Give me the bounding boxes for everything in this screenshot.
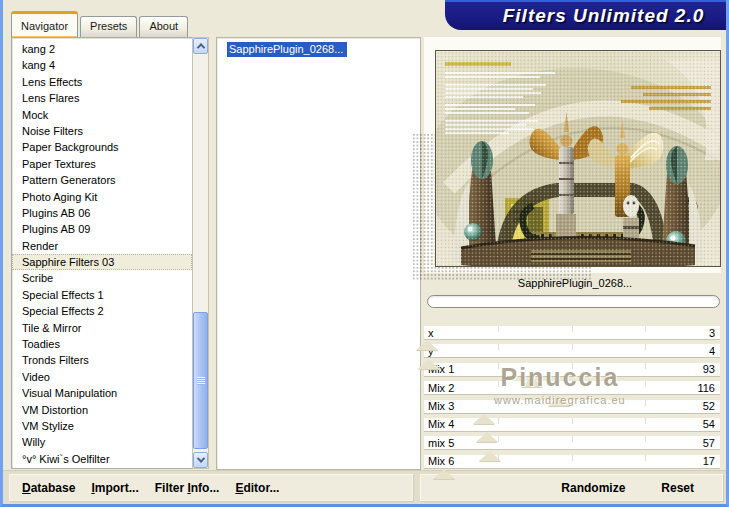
list-item[interactable]: Render xyxy=(12,238,192,254)
list-item[interactable]: Visual Manipulation xyxy=(12,385,192,401)
slider-value: 116 xyxy=(697,382,715,394)
progress-bar xyxy=(427,295,720,308)
slider-thumb-icon[interactable] xyxy=(548,396,570,406)
slider-row-mix5[interactable]: mix 5 57 xyxy=(424,436,720,454)
chevron-up-icon xyxy=(196,43,204,51)
slider-value: 17 xyxy=(703,455,715,467)
slider-value: 52 xyxy=(703,400,715,412)
scroll-down-button[interactable] xyxy=(193,452,208,468)
slider-label: Mix 3 xyxy=(428,400,454,412)
list-item[interactable]: Video xyxy=(12,369,192,385)
bottom-toolbar: Database Import... Filter Info... Editor… xyxy=(3,470,726,504)
slider-value: 57 xyxy=(703,437,715,449)
slider-label: x xyxy=(428,327,434,339)
chevron-down-icon xyxy=(196,454,204,462)
tab-about[interactable]: About xyxy=(139,16,188,37)
list-item[interactable]: Noise Filters xyxy=(12,123,192,139)
slider-value: 93 xyxy=(703,363,715,375)
list-item[interactable]: Tronds Filters xyxy=(12,352,192,368)
slider-label: Mix 2 xyxy=(428,382,454,394)
slider-thumb-icon[interactable] xyxy=(416,340,438,350)
list-item[interactable]: Plugins AB 06 xyxy=(12,205,192,221)
list-item[interactable]: Mock xyxy=(12,107,192,123)
list-item[interactable]: kang 2 xyxy=(12,41,192,57)
slider-row-mix3[interactable]: Mix 3 52 xyxy=(424,400,720,418)
slider-row-mix4[interactable]: Mix 4 54 xyxy=(424,418,720,436)
slider-thumb-icon[interactable] xyxy=(476,432,498,442)
filter-group-list: kang 2 kang 4 Lens Effects Lens Flares M… xyxy=(11,37,192,469)
list-item[interactable]: Photo Aging Kit xyxy=(12,189,192,205)
list-item[interactable]: kang 4 xyxy=(12,57,192,73)
list-item[interactable]: Tile & Mirror xyxy=(12,320,192,336)
list-item[interactable]: Plugins AB 09 xyxy=(12,221,192,237)
list-item[interactable]: VM Stylize xyxy=(12,418,192,434)
slider-thumb-icon[interactable] xyxy=(433,469,455,479)
slider-thumb-icon[interactable] xyxy=(521,377,543,387)
slider-thumb-icon[interactable] xyxy=(418,359,440,369)
toolbar-left-strip: Database Import... Filter Info... Editor… xyxy=(9,474,413,501)
filter-preset-list: SapphirePlugin_0268... xyxy=(216,37,421,470)
database-button[interactable]: Database xyxy=(22,481,75,495)
slider-thumb-icon[interactable] xyxy=(473,414,495,424)
slider-label: Mix 6 xyxy=(428,455,454,467)
scrollbar-thumb[interactable] xyxy=(193,312,208,449)
scroll-up-button[interactable] xyxy=(193,38,208,54)
list-item[interactable]: Willy xyxy=(12,434,192,450)
slider-value: 54 xyxy=(703,418,715,430)
slider-value: 4 xyxy=(709,345,715,357)
parameter-sliders: x 3 y 4 Mix 1 93 xyxy=(424,326,720,470)
preview-caption: SapphirePlugin_0268... xyxy=(424,277,726,289)
list-item[interactable]: Paper Backgrounds xyxy=(12,139,192,155)
list-item[interactable]: Pattern Generators xyxy=(12,172,192,188)
slider-thumb-icon[interactable] xyxy=(479,451,501,461)
toolbar-right-strip: Randomize Reset xyxy=(420,474,723,501)
title-band: Filters Unlimited 2.0 xyxy=(445,0,726,30)
list-item[interactable]: Scribe xyxy=(12,270,192,286)
list-item[interactable]: VM Distortion xyxy=(12,402,192,418)
reset-button[interactable]: Reset xyxy=(661,481,694,495)
slider-label: Mix 4 xyxy=(428,418,454,430)
preview-zone xyxy=(424,37,721,273)
list-item[interactable]: °v° Kiwi`s Oelfilter xyxy=(12,451,192,467)
slider-label: mix 5 xyxy=(428,437,454,449)
filters-unlimited-window: Filters Unlimited 2.0 Navigator Presets … xyxy=(0,0,729,507)
list-item[interactable]: Paper Textures xyxy=(12,156,192,172)
list-item[interactable]: Lens Flares xyxy=(12,90,192,106)
slider-value: 3 xyxy=(709,327,715,339)
import-button[interactable]: Import... xyxy=(91,481,138,495)
group-list-scrollbar[interactable] xyxy=(192,37,209,469)
filter-info-button[interactable]: Filter Info... xyxy=(155,481,220,495)
slider-row-mix2[interactable]: Mix 2 116 xyxy=(424,381,720,399)
slider-row-y[interactable]: y 4 xyxy=(424,344,720,362)
tab-navigator[interactable]: Navigator xyxy=(11,11,78,37)
app-title: Filters Unlimited 2.0 xyxy=(467,5,705,27)
randomize-button[interactable]: Randomize xyxy=(561,481,625,495)
list-item[interactable]: Lens Effects xyxy=(12,74,192,90)
preview-image[interactable] xyxy=(435,50,721,267)
preview-panel: SapphirePlugin_0268... x 3 y 4 Mix 1 xyxy=(424,37,726,470)
list-item-selected[interactable]: Sapphire Filters 03 xyxy=(12,254,192,270)
scrollbar-grip-icon xyxy=(197,377,205,385)
list-item[interactable]: Special Effects 2 xyxy=(12,303,192,319)
slider-row-mix1[interactable]: Mix 1 93 xyxy=(424,363,720,381)
tab-presets[interactable]: Presets xyxy=(80,16,137,37)
editor-button[interactable]: Editor... xyxy=(235,481,279,495)
tab-bar: Navigator Presets About xyxy=(11,10,190,37)
list-item[interactable]: Toadies xyxy=(12,336,192,352)
list-item[interactable]: Special Effects 1 xyxy=(12,287,192,303)
preset-item-selected[interactable]: SapphirePlugin_0268... xyxy=(227,42,347,57)
slider-row-x[interactable]: x 3 xyxy=(424,326,720,344)
